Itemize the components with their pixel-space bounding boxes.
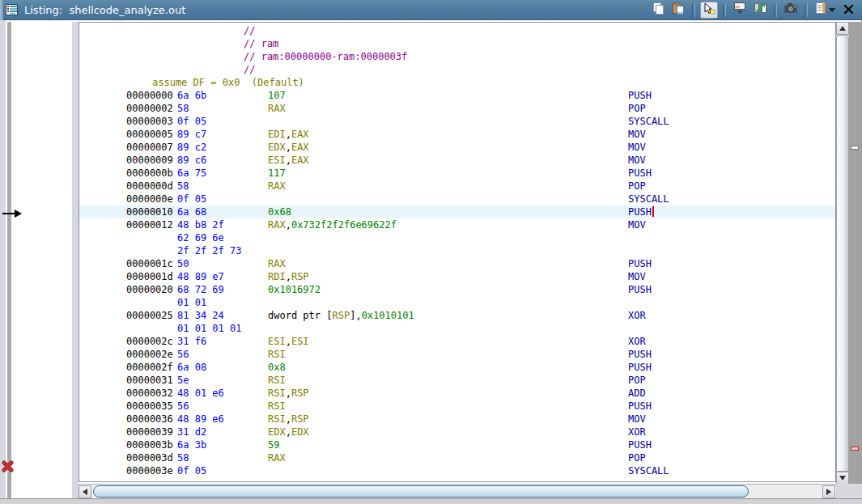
address-field[interactable]: 00000032 bbox=[126, 387, 173, 400]
address-field[interactable]: 00000036 bbox=[126, 413, 173, 426]
listing-row[interactable]: 0000002c31 f6ESI,ESIXOR bbox=[79, 335, 835, 348]
bytes-field[interactable]: 48 01 e6 bbox=[177, 387, 224, 400]
copy-button[interactable] bbox=[649, 2, 667, 19]
diff-view-button[interactable] bbox=[751, 2, 769, 19]
comment-text[interactable]: // bbox=[244, 24, 255, 37]
listing-row[interactable]: 000000030f 05SYSCALL bbox=[79, 115, 835, 128]
listing-row[interactable]: // ram bbox=[79, 37, 835, 50]
listing-row[interactable]: 0000002e56RSIPUSH bbox=[79, 348, 835, 361]
listing-row[interactable]: 01 01 01 01 bbox=[79, 322, 835, 335]
listing-row[interactable]: 000000006a 6b107PUSH bbox=[79, 89, 835, 102]
operand-register[interactable]: EDI bbox=[268, 129, 286, 140]
mnemonic-field[interactable]: PUSH bbox=[628, 361, 652, 374]
mnemonic-field[interactable]: MOV bbox=[628, 154, 646, 167]
address-field[interactable]: 0000000d bbox=[126, 180, 173, 193]
snapshot-button[interactable] bbox=[782, 2, 800, 19]
address-field[interactable]: 0000003d bbox=[126, 451, 173, 464]
mnemonic-field[interactable]: MOV bbox=[628, 270, 646, 283]
operand-text[interactable]: , bbox=[286, 271, 291, 282]
operand-field[interactable]: ESI,EAX bbox=[268, 154, 309, 167]
address-field[interactable]: 00000010 bbox=[126, 205, 173, 218]
operand-field[interactable]: 0x1016972 bbox=[268, 283, 321, 296]
operand-register[interactable]: ESI bbox=[291, 336, 309, 347]
horizontal-scrollbar[interactable] bbox=[79, 484, 836, 498]
bytes-field[interactable]: 56 bbox=[177, 348, 189, 361]
comment-text[interactable]: // ram bbox=[244, 37, 278, 50]
operand-register[interactable]: RAX bbox=[268, 180, 286, 192]
operand-field[interactable]: 117 bbox=[268, 167, 286, 180]
listing-row[interactable]: 0000000d58RAXPOP bbox=[79, 180, 835, 193]
operand-field[interactable]: RAX,0x732f2f2f6e69622f bbox=[268, 218, 397, 231]
operand-field[interactable]: RDI,RSP bbox=[268, 270, 309, 283]
operand-field[interactable]: RAX bbox=[268, 257, 286, 270]
bytes-field[interactable]: 56 bbox=[177, 400, 189, 413]
mnemonic-field[interactable]: PUSH bbox=[628, 89, 652, 102]
bytes-field[interactable]: 6a 75 bbox=[177, 167, 206, 180]
scroll-up-button[interactable] bbox=[836, 22, 849, 35]
bytes-field[interactable]: 81 34 24 bbox=[177, 309, 224, 322]
listing-row[interactable]: // bbox=[79, 63, 835, 76]
listing-row[interactable]: 01 01 bbox=[79, 296, 835, 309]
listing-row[interactable]: 0000000789 c2EDX,EAXMOV bbox=[79, 141, 835, 154]
bytes-field[interactable]: 6a 3b bbox=[177, 438, 206, 451]
mnemonic-field[interactable]: MOV bbox=[628, 218, 646, 231]
bytes-field[interactable]: 0f 05 bbox=[177, 115, 206, 128]
operand-register[interactable]: RSI bbox=[268, 349, 286, 360]
operand-field[interactable]: RAX bbox=[268, 102, 286, 115]
paste-button[interactable] bbox=[669, 2, 687, 19]
listing-row[interactable]: 0000000589 c7EDI,EAXMOV bbox=[79, 128, 835, 141]
operand-register[interactable]: RSI bbox=[268, 400, 286, 412]
mnemonic-field[interactable]: SYSCALL bbox=[628, 115, 669, 128]
operand-scalar[interactable]: 0x1016972 bbox=[268, 284, 321, 295]
operand-register[interactable]: RSI bbox=[268, 375, 286, 386]
bytes-field[interactable]: 48 89 e7 bbox=[177, 270, 224, 283]
address-field[interactable]: 00000035 bbox=[126, 400, 173, 413]
address-field[interactable]: 00000031 bbox=[126, 374, 173, 387]
vertical-scrollbar[interactable] bbox=[836, 22, 849, 485]
listing-panel[interactable]: //// ram// ram:00000000-ram:0000003f//as… bbox=[79, 22, 836, 482]
operand-text[interactable]: , bbox=[286, 388, 291, 399]
operand-register[interactable]: EDX bbox=[268, 142, 286, 153]
address-field[interactable]: 00000007 bbox=[126, 141, 173, 154]
listing-row[interactable]: 0000001248 b8 2fRAX,0x732f2f2f6e69622fMO… bbox=[79, 218, 835, 231]
operand-text[interactable]: , bbox=[286, 413, 291, 425]
mnemonic-field[interactable]: SYSCALL bbox=[628, 193, 669, 205]
address-field[interactable]: 0000003e bbox=[126, 464, 173, 477]
operand-field[interactable]: EDX,EAX bbox=[268, 141, 309, 154]
address-field[interactable]: 0000002c bbox=[126, 335, 173, 348]
address-field[interactable]: 0000000e bbox=[126, 193, 173, 205]
address-field[interactable]: 00000020 bbox=[126, 283, 173, 296]
operand-register[interactable]: EAX bbox=[291, 155, 309, 166]
bytes-field[interactable]: 50 bbox=[177, 257, 189, 270]
operand-text[interactable]: , bbox=[286, 219, 291, 231]
mnemonic-field[interactable]: PUSH bbox=[628, 400, 652, 413]
operand-text[interactable]: , bbox=[286, 426, 291, 438]
operand-field[interactable]: ESI,ESI bbox=[268, 335, 309, 348]
address-field[interactable]: 00000012 bbox=[126, 218, 173, 231]
operand-field[interactable]: EDX,EDX bbox=[268, 426, 309, 438]
mnemonic-field[interactable]: POP bbox=[628, 374, 646, 387]
scroll-down-button[interactable] bbox=[836, 472, 849, 485]
mnemonic-field[interactable]: PUSH bbox=[628, 167, 652, 180]
operand-register[interactable]: RDI bbox=[268, 271, 286, 282]
address-field[interactable]: 0000001d bbox=[126, 270, 173, 283]
listing-row[interactable]: 0000003b6a 3b59PUSH bbox=[79, 438, 835, 451]
mnemonic-field[interactable]: MOV bbox=[628, 413, 646, 426]
mnemonic-field[interactable]: POP bbox=[628, 180, 646, 193]
listing-row[interactable]: // ram:00000000-ram:0000003f bbox=[79, 50, 835, 63]
operand-field[interactable]: 107 bbox=[268, 89, 286, 102]
mnemonic-field[interactable]: PUSH bbox=[628, 438, 652, 451]
edit-fields-button[interactable] bbox=[731, 2, 749, 19]
bytes-continuation-field[interactable]: 62 69 6e bbox=[177, 231, 224, 244]
bytes-field[interactable]: 6a 08 bbox=[177, 361, 206, 374]
operand-text[interactable]: dword ptr [ bbox=[268, 310, 332, 321]
listing-row[interactable]: 0000003248 01 e6RSI,RSPADD bbox=[79, 387, 835, 400]
address-field[interactable]: 00000009 bbox=[126, 154, 173, 167]
operand-field[interactable]: RSI bbox=[268, 348, 286, 361]
bytes-field[interactable]: 31 d2 bbox=[177, 426, 206, 438]
bytes-field[interactable]: 89 c6 bbox=[177, 154, 206, 167]
operand-register[interactable]: EAX bbox=[291, 129, 309, 140]
operand-scalar[interactable]: 0x8 bbox=[268, 362, 286, 373]
operand-text[interactable]: , bbox=[286, 155, 291, 166]
vertical-scrollbar-thumb[interactable] bbox=[836, 35, 849, 472]
